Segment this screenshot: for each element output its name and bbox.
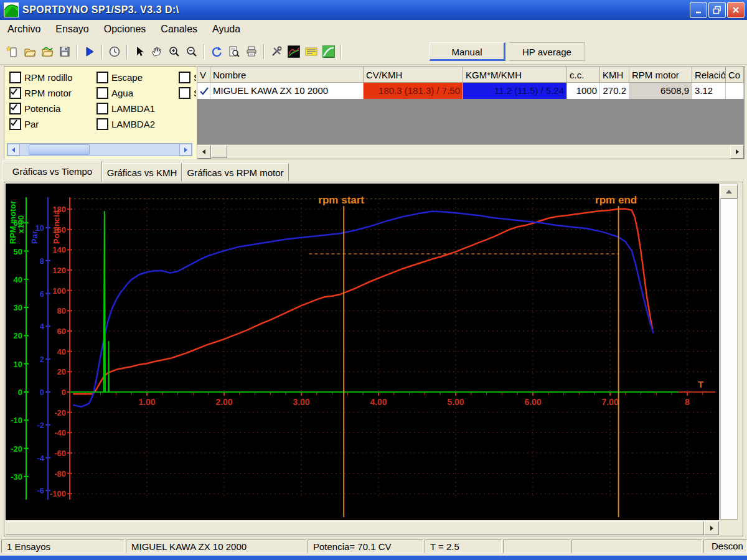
col-header-cv[interactable]: CV/KMH xyxy=(364,67,463,83)
menu-item-archivo[interactable]: Archivo xyxy=(0,21,48,37)
scroll-right-icon[interactable] xyxy=(179,144,192,156)
svg-text:-10: -10 xyxy=(11,416,22,425)
channel-potencia[interactable]: Potencia xyxy=(9,103,60,114)
channel-extra-1[interactable]: S xyxy=(179,72,197,83)
scroll-right-icon[interactable] xyxy=(730,145,744,159)
chart-vertical-scrollbar[interactable] xyxy=(719,184,738,520)
refresh-icon[interactable] xyxy=(209,44,225,60)
svg-text:-20: -20 xyxy=(54,408,66,418)
window-bottom-edge xyxy=(0,556,747,560)
tab-graficas-vs-kmh[interactable]: Gráficas vs KMH xyxy=(102,163,182,181)
tools-icon[interactable] xyxy=(268,44,284,60)
col-header-kgm[interactable]: KGM*M/KMH xyxy=(463,67,567,83)
manual-button[interactable]: Manual xyxy=(430,42,505,61)
col-header-v[interactable]: V xyxy=(197,67,210,83)
chart-panel: 6050403020100-10-20-30RPM motorx10010864… xyxy=(4,182,743,536)
col-header-rel[interactable]: Relació xyxy=(692,67,726,83)
title-bar[interactable]: SPORTDYNO SP1/SP3. V3.3 D:\ xyxy=(0,0,747,20)
col-header-cc[interactable]: c.c. xyxy=(567,67,600,83)
zoom-in-icon[interactable] xyxy=(166,44,182,60)
hp-average-button[interactable]: HP average xyxy=(509,42,585,61)
pan-hand-icon[interactable] xyxy=(149,44,165,60)
channel-agua[interactable]: Agua xyxy=(96,87,133,99)
row-selected-check-icon[interactable] xyxy=(197,83,210,99)
new-file-icon[interactable] xyxy=(4,44,21,60)
table-row[interactable]: MIGUEL KAWA ZX 10 2000 180.3 (181.3) / 7… xyxy=(197,83,744,99)
checkbox xyxy=(179,72,190,83)
svg-text:Par: Par xyxy=(30,231,39,244)
svg-text:4.00: 4.00 xyxy=(370,397,387,407)
col-header-kmh[interactable]: KMH xyxy=(600,67,629,83)
svg-text:rpm end: rpm end xyxy=(595,194,637,206)
svg-text:-4: -4 xyxy=(37,454,44,463)
row-kmh: 270.2 xyxy=(600,83,629,99)
checkbox xyxy=(9,103,21,114)
minimize-button[interactable] xyxy=(690,2,707,18)
svg-text:40: 40 xyxy=(57,347,66,357)
svg-text:-60: -60 xyxy=(54,449,66,458)
channel-escape[interactable]: Escape xyxy=(96,72,143,83)
zoom-out-icon[interactable] xyxy=(184,44,200,60)
channel-scrollbar[interactable] xyxy=(7,143,192,156)
menu-item-ensayo[interactable]: Ensayo xyxy=(48,21,96,37)
scroll-left-icon[interactable] xyxy=(7,144,20,156)
checkbox xyxy=(96,118,108,130)
row-cc: 1000 xyxy=(567,83,600,99)
menu-item-canales[interactable]: Canales xyxy=(153,21,205,37)
scroll-right-icon[interactable] xyxy=(704,521,719,535)
print-preview-icon[interactable] xyxy=(226,44,242,60)
channel-lambda2[interactable]: LAMBDA2 xyxy=(96,118,155,130)
open-compare-icon[interactable] xyxy=(39,44,55,60)
svg-text:4: 4 xyxy=(40,322,45,331)
table-scrollbar[interactable] xyxy=(197,144,744,159)
comments-icon[interactable] xyxy=(303,44,319,60)
svg-text:-6: -6 xyxy=(37,486,44,495)
timer-icon[interactable] xyxy=(106,44,123,60)
scroll-thumb[interactable] xyxy=(29,144,90,155)
channel-par[interactable]: Par xyxy=(9,118,39,130)
curve-view-icon[interactable] xyxy=(321,44,337,60)
save-icon[interactable] xyxy=(57,44,73,60)
scroll-thumb[interactable] xyxy=(720,198,738,520)
svg-text:-20: -20 xyxy=(11,444,22,454)
channel-lambda1[interactable]: LAMBDA1 xyxy=(96,103,155,114)
col-header-rpm[interactable]: RPM motor xyxy=(629,67,692,83)
svg-text:60: 60 xyxy=(57,327,66,336)
open-file-icon[interactable] xyxy=(22,44,38,60)
status-potencia: Potencia= 70.1 CV xyxy=(308,539,423,553)
scroll-up-icon[interactable] xyxy=(720,185,738,198)
channel-extra-2[interactable]: S xyxy=(179,87,197,99)
scroll-thumb[interactable] xyxy=(6,521,704,535)
checkbox xyxy=(9,118,21,130)
channel-rpm-rodillo[interactable]: RPM rodillo xyxy=(9,72,73,83)
status-connection-label: Descon xyxy=(712,539,743,553)
app-logo-icon xyxy=(4,2,19,17)
dyno-chart[interactable]: 6050403020100-10-20-30RPM motorx10010864… xyxy=(6,184,719,520)
scroll-thumb[interactable] xyxy=(211,146,227,158)
print-icon[interactable] xyxy=(243,44,260,60)
graph-view-icon[interactable] xyxy=(286,44,302,60)
tab-graficas-vs-rpm-motor[interactable]: Gráficas vs RPM motor xyxy=(182,163,289,181)
svg-text:0: 0 xyxy=(62,388,66,397)
close-button[interactable] xyxy=(727,2,745,18)
svg-text:120: 120 xyxy=(52,266,66,275)
cursor-icon[interactable] xyxy=(131,44,148,60)
start-run-icon[interactable] xyxy=(82,44,98,60)
restore-button[interactable] xyxy=(708,2,726,18)
menu-item-ayuda[interactable]: Ayuda xyxy=(205,21,248,37)
scroll-left-icon[interactable] xyxy=(197,145,211,159)
channel-rpm-motor[interactable]: RPM motor xyxy=(9,87,72,99)
channel-panel: RPM rodillo RPM motor Potencia Par Escap… xyxy=(4,66,197,159)
chart-horizontal-scrollbar[interactable] xyxy=(6,521,719,535)
svg-text:80: 80 xyxy=(57,306,66,315)
svg-text:T: T xyxy=(698,379,703,390)
menu-item-opciones[interactable]: Opciones xyxy=(96,21,154,37)
col-header-nombre[interactable]: Nombre xyxy=(210,67,364,83)
row-rpm-motor: 6508,9 xyxy=(629,83,692,99)
svg-text:40: 40 xyxy=(14,275,22,284)
svg-text:20: 20 xyxy=(57,367,66,376)
col-header-co[interactable]: Co xyxy=(726,67,744,83)
svg-text:-100: -100 xyxy=(50,489,66,498)
svg-text:8: 8 xyxy=(40,256,44,266)
tab-graficas-vs-tiempo[interactable]: Gráficas vs Tiempo xyxy=(2,161,102,182)
